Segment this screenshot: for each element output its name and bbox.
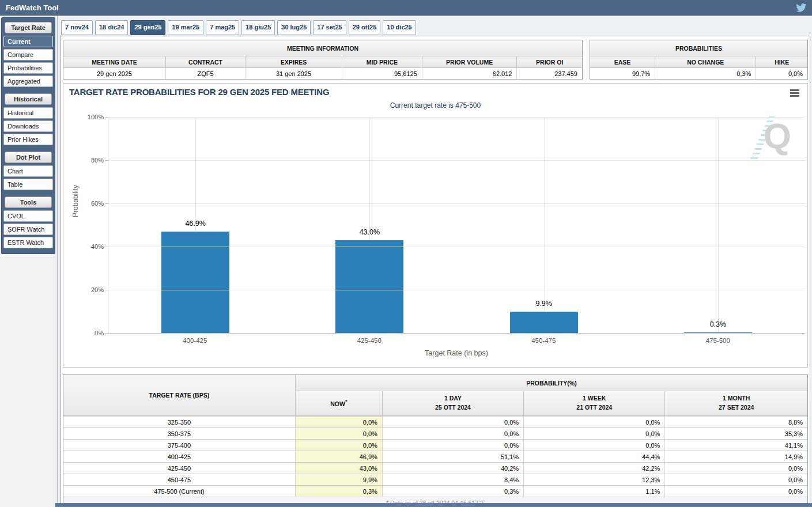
month-column-header: 1 MONTH 27 SET 2024 bbox=[665, 391, 807, 416]
cell-1month: 41,1% bbox=[665, 439, 807, 451]
cell-1week: 44,4% bbox=[524, 451, 665, 462]
tab-30-lug25[interactable]: 30 lug25 bbox=[277, 20, 311, 35]
chart-category-400-425: 46.9% bbox=[108, 117, 282, 333]
sidebar-item-chart[interactable]: Chart bbox=[3, 165, 53, 177]
bottom-scroll-strip[interactable] bbox=[55, 503, 812, 507]
tab-7-nov24[interactable]: 7 nov24 bbox=[61, 20, 93, 35]
sidebar-group-historical: Historical bbox=[5, 93, 52, 105]
probability-table-grid: TARGET RATE (BPS) PROBABILITY(%) NOW* 1 … bbox=[63, 375, 807, 416]
table-row-450-475: 450-4759,9%8,4%12,3%0,0% bbox=[63, 474, 807, 485]
sidebar-item-current[interactable]: Current bbox=[3, 36, 53, 47]
cell-1day: 40,2% bbox=[383, 462, 524, 474]
ytick-mark-60 bbox=[105, 203, 108, 204]
meeting-info-columns: MEETING DATECONTRACTEXPIRESMID PRICEPRIO… bbox=[63, 56, 582, 68]
cell-1day: 0,0% bbox=[383, 439, 524, 451]
meeting-col-prior-oi: PRIOR OI bbox=[517, 56, 582, 68]
tab-17-set25[interactable]: 17 set25 bbox=[313, 20, 346, 35]
bar-425-450[interactable] bbox=[335, 240, 403, 333]
cell-1week: 0,0% bbox=[524, 427, 665, 439]
bar-value-label: 43.0% bbox=[360, 228, 380, 236]
chart-title: TARGET RATE PROBABILITIES FOR 29 GEN 202… bbox=[69, 87, 329, 97]
prob-val-ease: 99,7% bbox=[590, 68, 655, 79]
cell-now: 0,0% bbox=[296, 439, 383, 451]
cell-rate: 350-375 bbox=[63, 427, 296, 439]
meeting-col-meeting-date: MEETING DATE bbox=[63, 56, 166, 68]
cell-1month: 35,3% bbox=[665, 427, 807, 439]
cell-1day: 0,0% bbox=[383, 427, 524, 439]
date-tabs: 7 nov2418 dic2429 gen2519 mar257 mag2518… bbox=[61, 20, 810, 36]
sidebar-item-probabilities[interactable]: Probabilities bbox=[3, 62, 53, 74]
now-asterisk: * bbox=[345, 399, 347, 404]
sidebar-item-table[interactable]: Table bbox=[3, 179, 53, 190]
y-axis-title: Probability bbox=[71, 185, 80, 217]
sidebar-item-sofr-watch[interactable]: SOFR Watch bbox=[3, 224, 53, 235]
tab-29-ott25[interactable]: 29 ott25 bbox=[349, 20, 381, 35]
tab-19-mar25[interactable]: 19 mar25 bbox=[168, 20, 203, 35]
sidebar-item-compare[interactable]: Compare bbox=[3, 49, 53, 60]
probability-group-header: PROBABILITY(%) bbox=[296, 375, 807, 391]
cell-now: 9,9% bbox=[296, 474, 383, 485]
cell-rate: 400-425 bbox=[63, 451, 296, 462]
cell-now: 46,9% bbox=[296, 451, 383, 462]
content-frame: MEETING INFORMATION MEETING DATECONTRACT… bbox=[61, 36, 810, 507]
quikstrike-watermark: Q bbox=[749, 113, 791, 164]
tab-29-gen25[interactable]: 29 gen25 bbox=[130, 20, 165, 35]
meeting-col-prior-volume: PRIOR VOLUME bbox=[422, 56, 518, 68]
twitter-icon[interactable] bbox=[796, 3, 806, 12]
tab-10-dic25[interactable]: 10 dic25 bbox=[383, 20, 416, 35]
cell-1day: 8,4% bbox=[383, 474, 524, 485]
ytick-label-60: 60% bbox=[91, 200, 104, 207]
table-row-325-350: 325-3500,0%0,0%0,0%8,8% bbox=[63, 416, 807, 427]
table-row-350-375: 350-3750,0%0,0%0,0%35,3% bbox=[63, 427, 807, 439]
table-row-425-450: 425-45043,0%40,2%42,2%0,0% bbox=[63, 462, 807, 474]
x-category-label-400-425: 400-425 bbox=[108, 337, 282, 344]
probabilities-table: PROBABILITIES EASENO CHANGEHIKE 99,7%0,3… bbox=[590, 40, 808, 80]
now-column-header: NOW* bbox=[296, 391, 383, 416]
sidebar-group-dot-plot: Dot Plot bbox=[5, 152, 52, 163]
target-rate-bps-header: TARGET RATE (BPS) bbox=[63, 375, 296, 416]
cell-rate: 325-350 bbox=[63, 416, 296, 427]
cell-rate: 450-475 bbox=[63, 474, 296, 485]
prob-val-hike: 0,0% bbox=[756, 68, 807, 79]
gridline-40 bbox=[108, 247, 805, 247]
bar-450-475[interactable] bbox=[510, 312, 578, 333]
ytick-label-40: 40% bbox=[91, 243, 104, 250]
probabilities-values: 99,7%0,3%0,0% bbox=[590, 68, 807, 79]
meeting-val-expires: 31 gen 2025 bbox=[246, 68, 342, 79]
app-header: FedWatch Tool bbox=[0, 0, 812, 16]
target-rate-chart: TARGET RATE PROBABILITIES FOR 29 GEN 202… bbox=[63, 83, 808, 368]
cell-1day: 51,1% bbox=[383, 451, 524, 462]
chart-menu-icon[interactable] bbox=[790, 89, 799, 98]
sidebar-item-historical[interactable]: Historical bbox=[3, 107, 53, 119]
watermark-q-letter: Q bbox=[764, 118, 791, 154]
cell-rate: 475-500 (Current) bbox=[63, 485, 296, 497]
bar-value-label: 46.9% bbox=[185, 220, 205, 228]
sidebar-item-downloads[interactable]: Downloads bbox=[3, 120, 53, 132]
probabilities-title: PROBABILITIES bbox=[590, 40, 807, 56]
tab-18-dic24[interactable]: 18 dic24 bbox=[95, 20, 128, 35]
sidebar-item-cvol[interactable]: CVOL bbox=[3, 210, 53, 222]
bar-value-label: 0.3% bbox=[710, 320, 727, 328]
ytick-label-20: 20% bbox=[91, 286, 104, 293]
probability-table-body: 325-3500,0%0,0%0,0%8,8%350-3750,0%0,0%0,… bbox=[63, 416, 807, 497]
cell-1day: 0,0% bbox=[383, 416, 524, 427]
sidebar-item-prior-hikes[interactable]: Prior Hikes bbox=[3, 134, 53, 145]
gridline-100 bbox=[108, 117, 805, 118]
tab-18-giu25[interactable]: 18 giu25 bbox=[241, 20, 275, 35]
now-label: NOW bbox=[330, 400, 345, 407]
meeting-info-title: MEETING INFORMATION bbox=[63, 40, 582, 56]
probability-detail-table: TARGET RATE (BPS) PROBABILITY(%) NOW* 1 … bbox=[63, 374, 808, 507]
main-area: 7 nov2418 dic2429 gen2519 mar257 mag2518… bbox=[58, 16, 812, 507]
tab-7-mag25[interactable]: 7 mag25 bbox=[206, 20, 239, 35]
ytick-label-80: 80% bbox=[91, 157, 104, 164]
cell-now: 0,3% bbox=[296, 485, 383, 497]
x-axis-categories: 400-425425-450450-475475-500 bbox=[108, 337, 805, 344]
ytick-mark-40 bbox=[105, 247, 108, 247]
gridline-0 bbox=[108, 333, 805, 334]
ytick-mark-0 bbox=[105, 333, 108, 334]
sidebar-item-estr-watch[interactable]: ESTR Watch bbox=[3, 237, 53, 248]
gridline-60 bbox=[108, 203, 805, 204]
sidebar-item-aggregated[interactable]: Aggregated bbox=[3, 75, 53, 87]
cell-1month: 14,9% bbox=[665, 451, 807, 462]
meeting-val-prior-oi: 237.459 bbox=[517, 68, 582, 79]
